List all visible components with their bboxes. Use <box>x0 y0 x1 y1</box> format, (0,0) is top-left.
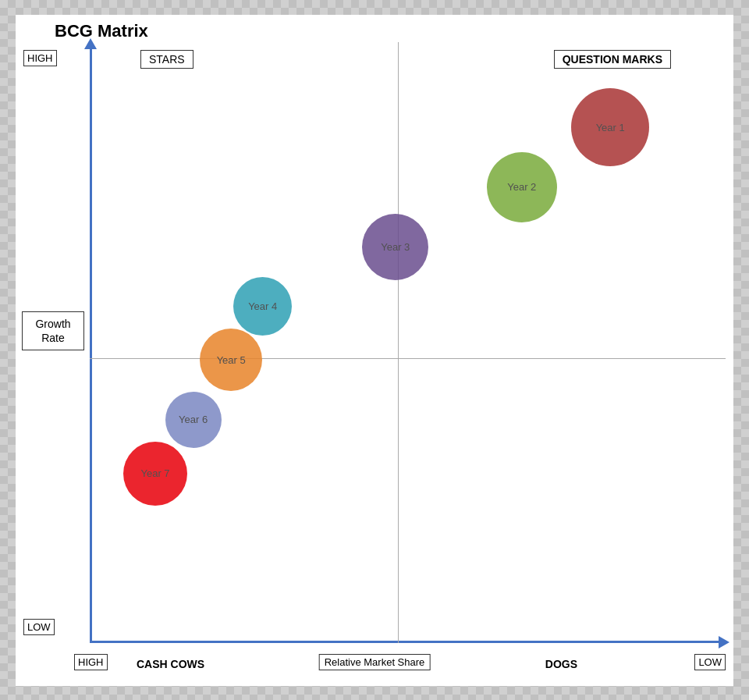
bcg-matrix-chart: BCG Matrix HIGH LOW Growth Rate HIGH CAS… <box>16 15 733 686</box>
bubble-year2: Year 2 <box>487 152 557 222</box>
x-axis <box>90 641 726 643</box>
label-relative-market-share: Relative Market Share <box>319 654 431 670</box>
label-low-x: LOW <box>694 654 726 670</box>
bubble-year3: Year 3 <box>362 214 428 280</box>
bubble-year7: Year 7 <box>123 442 187 506</box>
label-cash-cows: CASH COWS <box>137 658 204 670</box>
label-high-y: HIGH <box>23 50 57 66</box>
bubble-year6: Year 6 <box>165 392 222 448</box>
bubble-year1: Year 1 <box>571 88 649 166</box>
bubble-year4: Year 4 <box>233 277 292 336</box>
chart-title: BCG Matrix <box>55 21 148 41</box>
label-low-y: LOW <box>23 619 55 635</box>
plot-area: Year 1Year 2Year 3Year 4Year 5Year 6Year… <box>92 44 724 641</box>
label-growth-rate: Growth Rate <box>22 311 84 350</box>
bubble-year5: Year 5 <box>200 329 262 391</box>
label-dogs: DOGS <box>545 658 577 670</box>
label-high-x: HIGH <box>74 654 108 670</box>
